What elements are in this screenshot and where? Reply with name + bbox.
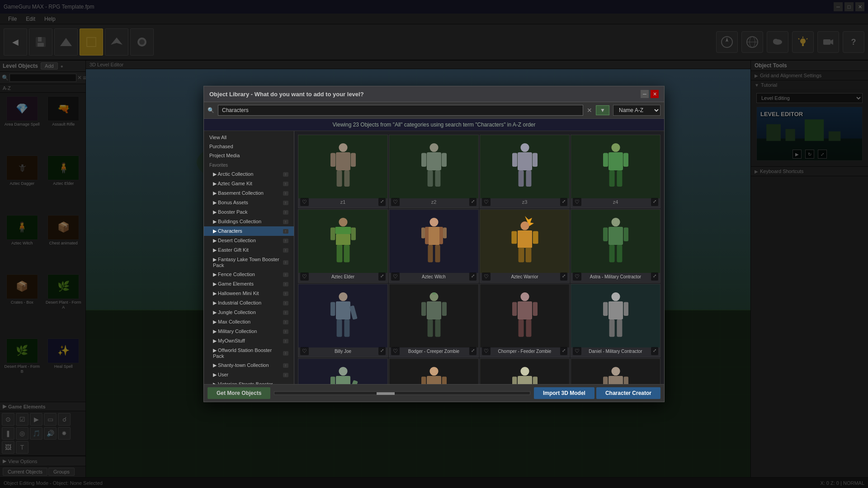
char-card-z4[interactable]: ♡ ⤢ z4 bbox=[571, 135, 660, 208]
nav-offworld[interactable]: ▶ Offworld Station Booster Pack↑ bbox=[204, 346, 294, 361]
nav-jungle[interactable]: ▶ Jungle Collection↑ bbox=[204, 308, 294, 317]
svg-rect-69 bbox=[428, 245, 433, 262]
nav-bonus[interactable]: ▶ Bonus Assets↑ bbox=[204, 198, 294, 207]
modal-search-input[interactable] bbox=[218, 105, 583, 116]
modal-overlay[interactable]: Object Library - What do you want to add… bbox=[0, 0, 868, 488]
nav-fence[interactable]: ▶ Fence Collection↑ bbox=[204, 270, 294, 279]
nav-halloween[interactable]: ▶ Halloween Mini Kit↑ bbox=[204, 289, 294, 298]
char-chomper-favorite[interactable]: ♡ bbox=[482, 347, 491, 355]
char-daniel-expand[interactable]: ⤢ bbox=[651, 347, 658, 355]
char-aztec-warrior-expand[interactable]: ⤢ bbox=[560, 272, 567, 281]
svg-rect-72 bbox=[520, 221, 529, 230]
char-card-daniel[interactable]: ♡ ⤢ Daniel - Military Contractor bbox=[571, 284, 660, 357]
char-z2-favorite[interactable]: ♡ bbox=[391, 198, 400, 206]
nav-desert[interactable]: ▶ Desert Collection↑ bbox=[204, 236, 294, 245]
char-daniel-favorite[interactable]: ♡ bbox=[573, 347, 581, 355]
char-chomper-expand[interactable]: ⤢ bbox=[560, 347, 567, 355]
svg-rect-68 bbox=[443, 228, 447, 239]
char-z1-expand[interactable]: ⤢ bbox=[378, 198, 386, 206]
get-more-objects-button[interactable]: Get More Objects bbox=[208, 387, 270, 399]
svg-rect-129 bbox=[603, 377, 608, 384]
modal-filter-button[interactable]: ▼ bbox=[596, 105, 609, 115]
modal-body: View All Purchased Project Media Favorit… bbox=[204, 131, 664, 384]
svg-rect-42 bbox=[427, 170, 433, 187]
char-aztec-elder-expand[interactable]: ⤢ bbox=[378, 272, 386, 281]
modal-sort-select[interactable]: Name A-Z Name Z-A Newest First bbox=[613, 105, 660, 116]
nav-industrial[interactable]: ▶ Industrial Collection↑ bbox=[204, 298, 294, 308]
char-astra-favorite[interactable]: ♡ bbox=[573, 272, 581, 281]
char-card-z3[interactable]: ♡ ⤢ z3 bbox=[480, 135, 570, 208]
nav-arctic[interactable]: ▶ Arctic Collection↑ bbox=[204, 169, 294, 179]
svg-rect-45 bbox=[518, 152, 532, 170]
char-z3-favorite[interactable]: ♡ bbox=[482, 198, 491, 206]
svg-rect-78 bbox=[611, 218, 620, 226]
char-card-z1[interactable]: ♡ ⤢ z1 bbox=[298, 135, 388, 208]
char-bodger-expand[interactable]: ⤢ bbox=[469, 347, 476, 355]
svg-rect-41 bbox=[441, 153, 446, 167]
nav-game-elements[interactable]: ▶ Game Elements↑ bbox=[204, 279, 294, 289]
nav-basement[interactable]: ▶ Basement Collection↑ bbox=[204, 188, 294, 198]
svg-rect-128 bbox=[609, 376, 623, 384]
char-card-dimitri[interactable]: ♡ ⤢ Dimitri - Military Contractor bbox=[298, 358, 388, 384]
char-card-chomper[interactable]: ♡ ⤢ Chomper - Feeder Zombie bbox=[480, 284, 570, 357]
modal-close-button[interactable]: ✕ bbox=[651, 90, 659, 98]
svg-rect-53 bbox=[623, 153, 628, 167]
svg-rect-100 bbox=[533, 302, 537, 316]
nav-military[interactable]: ▶ Military Collection↑ bbox=[204, 327, 294, 336]
nav-project-media[interactable]: Project Media bbox=[204, 151, 294, 160]
footer-scrollbar[interactable] bbox=[274, 391, 530, 395]
nav-characters[interactable]: ▶ Characters↑ bbox=[204, 226, 294, 236]
char-aztec-elder-favorite[interactable]: ♡ bbox=[300, 272, 309, 281]
nav-booster[interactable]: ▶ Booster Pack↑ bbox=[204, 207, 294, 217]
char-z4-expand[interactable]: ⤢ bbox=[651, 198, 658, 206]
svg-rect-50 bbox=[611, 143, 620, 152]
char-aztec-witch-favorite[interactable]: ♡ bbox=[391, 272, 400, 281]
char-card-granny-moldy[interactable]: ♡ ⤢ Granny Moldy bbox=[480, 358, 570, 384]
svg-rect-103 bbox=[611, 292, 620, 301]
char-card-harley[interactable]: ♡ ⤢ Harley - Military Contractor bbox=[571, 358, 660, 384]
char-card-aztec-warrior[interactable]: ♡ ⤢ Aztec Warrior bbox=[480, 209, 570, 283]
svg-rect-77 bbox=[525, 248, 531, 263]
nav-victorian[interactable]: ▶ Victorian Streets Booster Pack↑ bbox=[204, 380, 294, 384]
char-z1-favorite[interactable]: ♡ bbox=[300, 198, 309, 206]
modal-minimize-button[interactable]: ─ bbox=[641, 90, 649, 98]
nav-aztec[interactable]: ▶ Aztec Game Kit↑ bbox=[204, 179, 294, 188]
svg-rect-61 bbox=[336, 245, 342, 262]
char-aztec-elder-actions: ♡ ⤢ bbox=[300, 272, 386, 281]
char-card-aztec-elder[interactable]: ♡ ⤢ Aztec Elder bbox=[298, 209, 388, 283]
char-bodger-favorite[interactable]: ♡ bbox=[391, 347, 400, 355]
char-z2-expand[interactable]: ⤢ bbox=[469, 198, 476, 206]
char-z4-favorite[interactable]: ♡ bbox=[573, 198, 581, 206]
char-astra-expand[interactable]: ⤢ bbox=[651, 272, 658, 281]
svg-rect-127 bbox=[611, 367, 620, 375]
char-aztec-warrior-favorite[interactable]: ♡ bbox=[482, 272, 491, 281]
char-card-bodger[interactable]: ♡ ⤢ Bodger - Creeper Zombie bbox=[389, 284, 479, 357]
modal-search-icon: 🔍 bbox=[208, 107, 214, 113]
char-billy-joe-favorite[interactable]: ♡ bbox=[300, 347, 309, 355]
nav-buildings[interactable]: ▶ Buildings Collection↑ bbox=[204, 217, 294, 226]
nav-fantasy[interactable]: ▶ Fantasy Lake Town Booster Pack↑ bbox=[204, 255, 294, 270]
nav-purchased[interactable]: Purchased bbox=[204, 142, 294, 151]
nav-myown[interactable]: ▶ MyOwnStuff↑ bbox=[204, 336, 294, 346]
char-billy-joe-expand[interactable]: ⤢ bbox=[378, 347, 386, 355]
character-creator-button[interactable]: Character Creator bbox=[596, 387, 660, 399]
nav-shanty[interactable]: ▶ Shanty-town Collection↑ bbox=[204, 361, 294, 370]
import-3d-model-button[interactable]: Import 3D Model bbox=[534, 387, 594, 399]
char-card-elektra[interactable]: ♡ ⤢ Elektra - Military Ally bbox=[389, 358, 479, 384]
char-aztec-witch-expand[interactable]: ⤢ bbox=[469, 272, 476, 281]
modal-content-grid: ♡ ⤢ z1 bbox=[294, 131, 664, 384]
nav-view-all[interactable]: View All bbox=[204, 133, 294, 142]
svg-rect-115 bbox=[429, 367, 438, 375]
modal-search-clear[interactable]: ✕ bbox=[587, 107, 592, 114]
nav-user[interactable]: ▶ User↑ bbox=[204, 370, 294, 380]
char-card-astra[interactable]: ♡ ⤢ Astra - Military Contractor bbox=[571, 209, 660, 283]
nav-easter[interactable]: ▶ Easter Gift Kit↑ bbox=[204, 245, 294, 255]
svg-rect-76 bbox=[518, 248, 524, 263]
char-card-z2[interactable]: ♡ ⤢ z2 bbox=[389, 135, 479, 208]
modal-sidebar: View All Purchased Project Media Favorit… bbox=[204, 131, 294, 384]
char-card-billy-joe[interactable]: ♡ ⤢ Billy Joe bbox=[298, 284, 388, 357]
char-card-aztec-witch[interactable]: ♡ ⤢ Aztec Witch bbox=[389, 209, 479, 283]
char-z3-expand[interactable]: ⤢ bbox=[560, 198, 567, 206]
svg-rect-85 bbox=[336, 301, 350, 319]
nav-max[interactable]: ▶ Max Collection↑ bbox=[204, 317, 294, 327]
